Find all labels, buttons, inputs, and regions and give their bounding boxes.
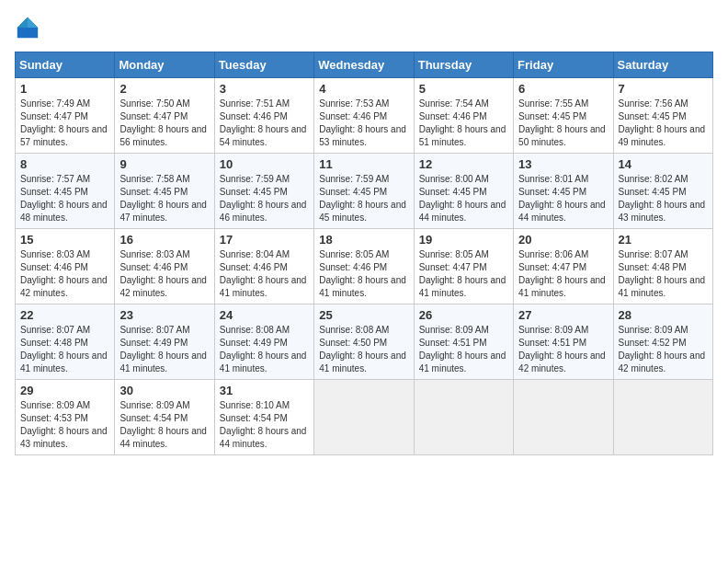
cell-content: Sunrise: 8:05 AMSunset: 4:46 PMDaylight:… xyxy=(319,248,408,300)
calendar-cell: 22Sunrise: 8:07 AMSunset: 4:48 PMDayligh… xyxy=(16,304,115,380)
calendar-cell xyxy=(414,380,513,455)
calendar-cell: 20Sunrise: 8:06 AMSunset: 4:47 PMDayligh… xyxy=(514,229,613,304)
calendar-cell: 23Sunrise: 8:07 AMSunset: 4:49 PMDayligh… xyxy=(115,304,214,380)
calendar-cell: 1Sunrise: 7:49 AMSunset: 4:47 PMDaylight… xyxy=(16,78,115,154)
calendar-week-3: 15Sunrise: 8:03 AMSunset: 4:46 PMDayligh… xyxy=(16,229,713,304)
calendar-cell: 10Sunrise: 7:59 AMSunset: 4:45 PMDayligh… xyxy=(214,154,313,229)
cell-content: Sunrise: 8:08 AMSunset: 4:49 PMDaylight:… xyxy=(220,324,309,375)
cell-content: Sunrise: 8:09 AMSunset: 4:54 PMDaylight:… xyxy=(119,399,209,451)
calendar-header-row: SundayMondayTuesdayWednesdayThursdayFrid… xyxy=(16,52,713,78)
calendar-cell: 31Sunrise: 8:10 AMSunset: 4:54 PMDayligh… xyxy=(214,380,313,455)
calendar-cell: 24Sunrise: 8:08 AMSunset: 4:49 PMDayligh… xyxy=(214,304,313,380)
cell-content: Sunrise: 8:02 AMSunset: 4:45 PMDaylight:… xyxy=(619,173,708,224)
calendar-cell: 15Sunrise: 8:03 AMSunset: 4:46 PMDayligh… xyxy=(16,229,115,304)
day-number: 22 xyxy=(20,308,109,322)
day-number: 7 xyxy=(619,82,708,96)
day-number: 25 xyxy=(319,308,408,322)
day-number: 28 xyxy=(619,308,708,322)
day-number: 26 xyxy=(419,308,508,322)
calendar-week-5: 29Sunrise: 8:09 AMSunset: 4:53 PMDayligh… xyxy=(16,380,713,455)
cell-content: Sunrise: 8:09 AMSunset: 4:51 PMDaylight:… xyxy=(419,324,508,375)
day-header-friday: Friday xyxy=(514,52,613,78)
day-number: 27 xyxy=(518,308,608,322)
svg-marker-2 xyxy=(17,17,28,28)
day-number: 12 xyxy=(419,157,508,171)
calendar-week-1: 1Sunrise: 7:49 AMSunset: 4:47 PMDaylight… xyxy=(16,78,713,154)
day-header-monday: Monday xyxy=(115,52,214,78)
day-number: 3 xyxy=(220,82,309,96)
calendar-cell: 14Sunrise: 8:02 AMSunset: 4:45 PMDayligh… xyxy=(613,154,712,229)
calendar-week-2: 8Sunrise: 7:57 AMSunset: 4:45 PMDaylight… xyxy=(16,154,713,229)
day-number: 18 xyxy=(319,233,408,247)
day-header-sunday: Sunday xyxy=(16,52,115,78)
calendar-cell: 11Sunrise: 7:59 AMSunset: 4:45 PMDayligh… xyxy=(314,154,414,229)
cell-content: Sunrise: 7:56 AMSunset: 4:45 PMDaylight:… xyxy=(619,98,708,149)
day-number: 10 xyxy=(220,157,309,171)
cell-content: Sunrise: 7:49 AMSunset: 4:47 PMDaylight:… xyxy=(20,98,109,149)
day-number: 17 xyxy=(220,233,309,247)
day-number: 24 xyxy=(220,308,309,322)
calendar-cell xyxy=(613,380,712,455)
calendar-cell: 8Sunrise: 7:57 AMSunset: 4:45 PMDaylight… xyxy=(16,154,115,229)
day-number: 23 xyxy=(119,308,209,322)
cell-content: Sunrise: 7:59 AMSunset: 4:45 PMDaylight:… xyxy=(220,173,309,224)
calendar-cell xyxy=(514,380,613,455)
cell-content: Sunrise: 8:01 AMSunset: 4:45 PMDaylight:… xyxy=(518,173,608,224)
calendar-cell: 13Sunrise: 8:01 AMSunset: 4:45 PMDayligh… xyxy=(514,154,613,229)
day-number: 29 xyxy=(20,384,109,397)
cell-content: Sunrise: 7:51 AMSunset: 4:46 PMDaylight:… xyxy=(220,98,309,149)
day-number: 20 xyxy=(518,233,608,247)
day-number: 1 xyxy=(20,82,109,96)
cell-content: Sunrise: 8:06 AMSunset: 4:47 PMDaylight:… xyxy=(518,248,608,300)
day-number: 9 xyxy=(119,157,209,171)
day-number: 30 xyxy=(119,384,209,397)
calendar-cell: 17Sunrise: 8:04 AMSunset: 4:46 PMDayligh… xyxy=(214,229,313,304)
calendar-cell: 30Sunrise: 8:09 AMSunset: 4:54 PMDayligh… xyxy=(115,380,214,455)
cell-content: Sunrise: 8:07 AMSunset: 4:48 PMDaylight:… xyxy=(20,324,109,375)
calendar-cell: 28Sunrise: 8:09 AMSunset: 4:52 PMDayligh… xyxy=(613,304,712,380)
day-number: 4 xyxy=(319,82,408,96)
calendar-cell: 18Sunrise: 8:05 AMSunset: 4:46 PMDayligh… xyxy=(314,229,414,304)
cell-content: Sunrise: 8:08 AMSunset: 4:50 PMDaylight:… xyxy=(319,324,408,375)
logo xyxy=(15,15,44,40)
cell-content: Sunrise: 8:07 AMSunset: 4:49 PMDaylight:… xyxy=(119,324,209,375)
calendar-cell: 9Sunrise: 7:58 AMSunset: 4:45 PMDaylight… xyxy=(115,154,214,229)
cell-content: Sunrise: 8:00 AMSunset: 4:45 PMDaylight:… xyxy=(419,173,508,224)
calendar-cell: 29Sunrise: 8:09 AMSunset: 4:53 PMDayligh… xyxy=(16,380,115,455)
header xyxy=(15,15,713,40)
cell-content: Sunrise: 8:09 AMSunset: 4:53 PMDaylight:… xyxy=(20,399,109,451)
cell-content: Sunrise: 7:55 AMSunset: 4:45 PMDaylight:… xyxy=(518,98,608,149)
day-header-wednesday: Wednesday xyxy=(314,52,414,78)
calendar-cell: 26Sunrise: 8:09 AMSunset: 4:51 PMDayligh… xyxy=(414,304,513,380)
day-number: 15 xyxy=(20,233,109,247)
calendar-week-4: 22Sunrise: 8:07 AMSunset: 4:48 PMDayligh… xyxy=(16,304,713,380)
cell-content: Sunrise: 7:53 AMSunset: 4:46 PMDaylight:… xyxy=(319,98,408,149)
day-header-thursday: Thursday xyxy=(414,52,513,78)
calendar-cell: 19Sunrise: 8:05 AMSunset: 4:47 PMDayligh… xyxy=(414,229,513,304)
day-number: 8 xyxy=(20,157,109,171)
cell-content: Sunrise: 7:57 AMSunset: 4:45 PMDaylight:… xyxy=(20,173,109,224)
day-number: 19 xyxy=(419,233,508,247)
calendar-cell: 12Sunrise: 8:00 AMSunset: 4:45 PMDayligh… xyxy=(414,154,513,229)
day-number: 6 xyxy=(518,82,608,96)
cell-content: Sunrise: 8:10 AMSunset: 4:54 PMDaylight:… xyxy=(220,399,309,451)
day-number: 14 xyxy=(619,157,708,171)
logo-icon xyxy=(15,15,40,40)
calendar-cell: 2Sunrise: 7:50 AMSunset: 4:47 PMDaylight… xyxy=(115,78,214,154)
calendar-table: SundayMondayTuesdayWednesdayThursdayFrid… xyxy=(15,52,713,455)
day-header-saturday: Saturday xyxy=(613,52,712,78)
day-number: 11 xyxy=(319,157,408,171)
calendar-cell: 3Sunrise: 7:51 AMSunset: 4:46 PMDaylight… xyxy=(214,78,313,154)
cell-content: Sunrise: 7:58 AMSunset: 4:45 PMDaylight:… xyxy=(119,173,209,224)
cell-content: Sunrise: 8:03 AMSunset: 4:46 PMDaylight:… xyxy=(20,248,109,300)
calendar-cell: 27Sunrise: 8:09 AMSunset: 4:51 PMDayligh… xyxy=(514,304,613,380)
day-number: 13 xyxy=(518,157,608,171)
day-number: 5 xyxy=(419,82,508,96)
calendar-cell xyxy=(314,380,414,455)
cell-content: Sunrise: 8:04 AMSunset: 4:46 PMDaylight:… xyxy=(220,248,309,300)
cell-content: Sunrise: 7:54 AMSunset: 4:46 PMDaylight:… xyxy=(419,98,508,149)
day-header-tuesday: Tuesday xyxy=(214,52,313,78)
svg-marker-1 xyxy=(28,17,38,28)
cell-content: Sunrise: 8:09 AMSunset: 4:51 PMDaylight:… xyxy=(518,324,608,375)
calendar-cell: 25Sunrise: 8:08 AMSunset: 4:50 PMDayligh… xyxy=(314,304,414,380)
